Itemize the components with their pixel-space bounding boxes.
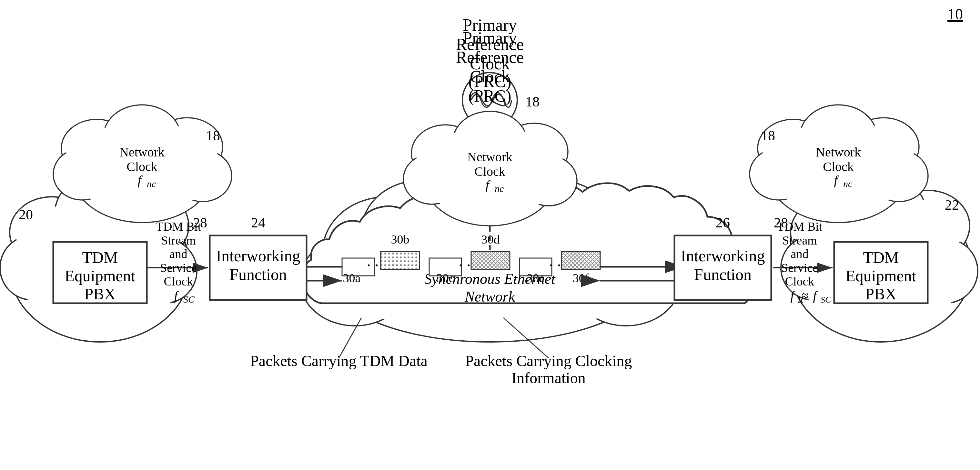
packets-clocking-l1: Packets Carrying Clocking	[465, 352, 632, 369]
right-tdm-label3: PBX	[865, 285, 896, 303]
page-number: 10	[947, 5, 963, 22]
diagram-container: 10 Primary Reference Clock (PRC) Primary…	[0, 0, 980, 470]
left-tdm-stream-l2: Stream	[161, 233, 196, 247]
center-nc-fnc-sub: nc	[495, 183, 504, 194]
right-fsc2-sub: SC	[821, 295, 831, 305]
packets-tdm-label: Packets Carrying TDM Data	[250, 352, 428, 369]
ref-30a: 30a	[343, 271, 361, 285]
svg-point-68	[875, 156, 923, 198]
svg-point-55	[59, 155, 106, 197]
right-tdm-label2: Equipment	[845, 267, 916, 285]
left-tdm-stream-l4: Service	[160, 261, 197, 275]
svg-point-31	[6, 243, 59, 296]
right-nc-label2: Clock	[823, 159, 854, 174]
ref-26: 26	[716, 215, 730, 231]
left-nc-label2: Clock	[126, 159, 158, 174]
packets-clocking-l2: Information	[511, 369, 585, 386]
right-tdm-stream-l1: TDM Bit	[777, 220, 822, 233]
dots-mid: . .	[458, 252, 471, 270]
packet-30b	[381, 252, 420, 269]
ref-22: 22	[945, 197, 959, 213]
left-fsc-sub: SC	[183, 294, 195, 305]
prc-l1: Primary	[463, 16, 517, 34]
left-tdm-stream-l3: and	[170, 247, 188, 260]
dots-right: . .	[549, 252, 561, 270]
ref-24: 24	[251, 215, 265, 231]
left-tdm-stream-l1: TDM Bit	[156, 220, 201, 233]
ref-30c: 30c	[437, 271, 454, 285]
ref-18-left: 18	[206, 128, 220, 144]
center-nc-label2: Clock	[474, 164, 505, 179]
main-svg: 10 Primary Reference Clock (PRC) Primary…	[0, 0, 980, 470]
right-tdm-stream-l3: and	[791, 247, 809, 260]
svg-point-67	[755, 155, 802, 197]
left-nc-label1: Network	[119, 145, 165, 159]
right-tdm-stream-l2: Stream	[782, 233, 817, 247]
left-iw-label1: Interworking	[216, 247, 300, 265]
ref-30b: 30b	[391, 233, 409, 246]
svg-point-80	[525, 162, 572, 203]
left-tdm-label1: TDM	[82, 248, 118, 267]
left-tdm-stream-l5: Clock	[164, 275, 193, 288]
right-approx: ≈	[802, 288, 809, 303]
right-iw-label2: Function	[694, 265, 751, 284]
center-nc-label1: Network	[467, 150, 512, 164]
ref-18-prc: 18	[525, 94, 539, 110]
ref-30f: 30f	[573, 271, 589, 285]
sync-ethernet-label2: Network	[465, 288, 515, 305]
prc-l4: (PRC)	[469, 72, 511, 91]
left-tdm-label2: Equipment	[65, 267, 135, 285]
prc-l3: Clock	[470, 54, 510, 73]
dots-left: . .	[367, 252, 379, 270]
ref-20: 20	[19, 207, 33, 222]
svg-point-79	[408, 160, 455, 201]
right-nc-fnc-sub: nc	[843, 178, 852, 189]
right-tdm-stream-l5: Clock	[785, 275, 815, 288]
ref-18-right: 18	[761, 128, 775, 144]
left-nc-fnc-sub: nc	[147, 178, 156, 189]
ref-30e: 30e	[527, 271, 545, 285]
prc-l2: Reference	[456, 35, 524, 54]
right-tdm-stream-l4: Service	[781, 261, 818, 275]
left-tdm-label3: PBX	[84, 285, 116, 303]
left-iw-label2: Function	[229, 265, 287, 284]
packet-30f	[562, 252, 600, 269]
right-tdm-label1: TDM	[863, 248, 899, 267]
packet-30d	[471, 252, 510, 269]
svg-point-56	[179, 156, 226, 198]
right-iw-label1: Interworking	[681, 247, 765, 265]
right-nc-label1: Network	[816, 145, 861, 159]
